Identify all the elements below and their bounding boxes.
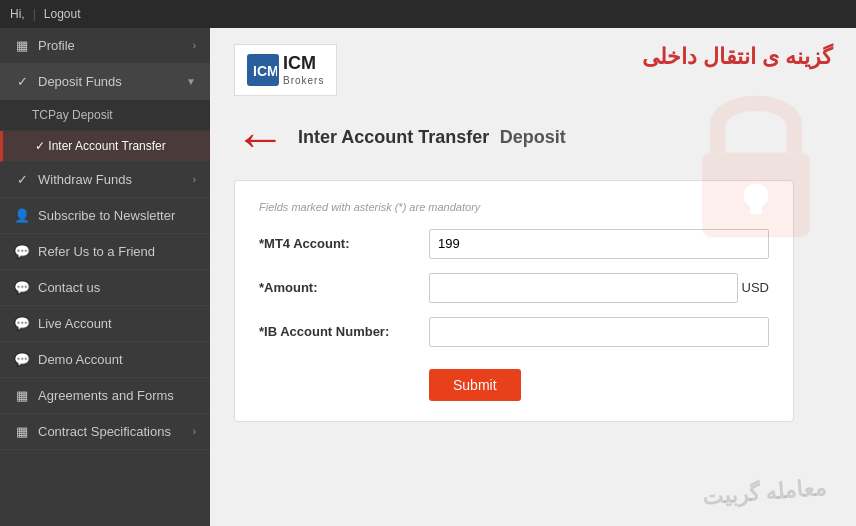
mt4-label: *MT4 Account: bbox=[259, 236, 419, 251]
chevron-down-icon: ▼ bbox=[186, 76, 196, 87]
logo-brand: ICM bbox=[283, 53, 324, 75]
sidebar-sub-label: ✓ Inter Account Transfer bbox=[35, 139, 166, 153]
chevron-right-icon: › bbox=[193, 174, 196, 185]
sidebar-item-label: Withdraw Funds bbox=[38, 172, 132, 187]
sidebar-item-withdraw[interactable]: ✓ Withdraw Funds › bbox=[0, 162, 210, 198]
big-arrow-icon: ← bbox=[234, 112, 286, 164]
contact-icon: 💬 bbox=[14, 280, 30, 295]
sidebar-item-refer[interactable]: 💬 Refer Us to a Friend bbox=[0, 234, 210, 270]
page-title-normal: Deposit bbox=[500, 127, 566, 147]
sidebar-item-subscribe[interactable]: 👤 Subscribe to Newsletter bbox=[0, 198, 210, 234]
sidebar-item-label: Profile bbox=[38, 38, 75, 53]
sidebar-item-label: Deposit Funds bbox=[38, 74, 122, 89]
withdraw-icon: ✓ bbox=[14, 172, 30, 187]
sidebar-item-label: Agreements and Forms bbox=[38, 388, 174, 403]
greeting-text: Hi, bbox=[10, 7, 25, 21]
sidebar-item-agreements[interactable]: ▦ Agreements and Forms bbox=[0, 378, 210, 414]
contract-icon: ▦ bbox=[14, 424, 30, 439]
persian-title: گزینه ی انتقال داخلی bbox=[642, 44, 832, 70]
sidebar-item-live-account[interactable]: 💬 Live Account bbox=[0, 306, 210, 342]
sidebar-sub-label: TCPay Deposit bbox=[32, 108, 113, 122]
chevron-right-icon: › bbox=[193, 426, 196, 437]
ib-account-input[interactable] bbox=[429, 317, 769, 347]
sidebar-item-contact[interactable]: 💬 Contact us bbox=[0, 270, 210, 306]
subscribe-icon: 👤 bbox=[14, 208, 30, 223]
watermark-text: معامله گربیت bbox=[701, 475, 827, 512]
currency-suffix: USD bbox=[742, 280, 769, 295]
live-icon: 💬 bbox=[14, 316, 30, 331]
sidebar-item-demo-account[interactable]: 💬 Demo Account bbox=[0, 342, 210, 378]
sidebar-item-label: Contract Specifications bbox=[38, 424, 171, 439]
demo-icon: 💬 bbox=[14, 352, 30, 367]
sidebar-item-profile[interactable]: ▦ Profile › bbox=[0, 28, 210, 64]
form-row-mt4: *MT4 Account: bbox=[259, 229, 769, 259]
page-title-bold: Inter Account Transfer bbox=[298, 127, 489, 147]
sidebar: ▦ Profile › ✓ Deposit Funds ▼ TCPay Depo… bbox=[0, 28, 210, 526]
ib-label: *IB Account Number: bbox=[259, 324, 419, 339]
submit-button[interactable]: Submit bbox=[429, 369, 521, 401]
logo-sub: Brokers bbox=[283, 75, 324, 87]
refer-icon: 💬 bbox=[14, 244, 30, 259]
form-row-ib: *IB Account Number: bbox=[259, 317, 769, 347]
deposit-icon: ✓ bbox=[14, 74, 30, 89]
form-card: Fields marked with asterisk (*) are mand… bbox=[234, 180, 794, 422]
form-note: Fields marked with asterisk (*) are mand… bbox=[259, 201, 769, 213]
top-bar: Hi, | Logout bbox=[0, 0, 856, 28]
logo-box: ICM ICM Brokers bbox=[234, 44, 337, 96]
form-row-amount: *Amount: USD bbox=[259, 273, 769, 303]
content-area: ICM ICM Brokers گزینه ی انتقال داخلی ← bbox=[210, 28, 856, 526]
sidebar-item-deposit-funds[interactable]: ✓ Deposit Funds ▼ bbox=[0, 64, 210, 100]
main-layout: ▦ Profile › ✓ Deposit Funds ▼ TCPay Depo… bbox=[0, 28, 856, 526]
content-inner: ICM ICM Brokers گزینه ی انتقال داخلی ← bbox=[210, 28, 856, 438]
amount-field-wrapper: USD bbox=[429, 273, 769, 303]
sidebar-item-label: Demo Account bbox=[38, 352, 123, 367]
sidebar-item-label: Subscribe to Newsletter bbox=[38, 208, 175, 223]
chevron-right-icon: › bbox=[193, 40, 196, 51]
header-right: گزینه ی انتقال داخلی bbox=[353, 44, 832, 74]
mt4-account-input[interactable] bbox=[429, 229, 769, 259]
sidebar-item-label: Live Account bbox=[38, 316, 112, 331]
sidebar-item-inter-account-transfer[interactable]: ✓ Inter Account Transfer bbox=[0, 131, 210, 162]
amount-input[interactable] bbox=[429, 273, 738, 303]
logout-button[interactable]: Logout bbox=[44, 7, 81, 21]
page-title: Inter Account Transfer Deposit bbox=[298, 127, 566, 148]
sidebar-submenu-deposit: TCPay Deposit ✓ Inter Account Transfer bbox=[0, 100, 210, 162]
sidebar-item-tcpay[interactable]: TCPay Deposit bbox=[0, 100, 210, 131]
content-header: ICM ICM Brokers گزینه ی انتقال داخلی bbox=[234, 44, 832, 96]
agreements-icon: ▦ bbox=[14, 388, 30, 403]
sidebar-item-label: Refer Us to a Friend bbox=[38, 244, 155, 259]
profile-icon: ▦ bbox=[14, 38, 30, 53]
separator: | bbox=[33, 7, 36, 21]
svg-text:ICM: ICM bbox=[253, 63, 277, 79]
sidebar-item-contract-specs[interactable]: ▦ Contract Specifications › bbox=[0, 414, 210, 450]
logo-icon: ICM bbox=[247, 54, 279, 86]
amount-label: *Amount: bbox=[259, 280, 419, 295]
title-row: ← Inter Account Transfer Deposit bbox=[234, 112, 832, 164]
sidebar-item-label: Contact us bbox=[38, 280, 100, 295]
